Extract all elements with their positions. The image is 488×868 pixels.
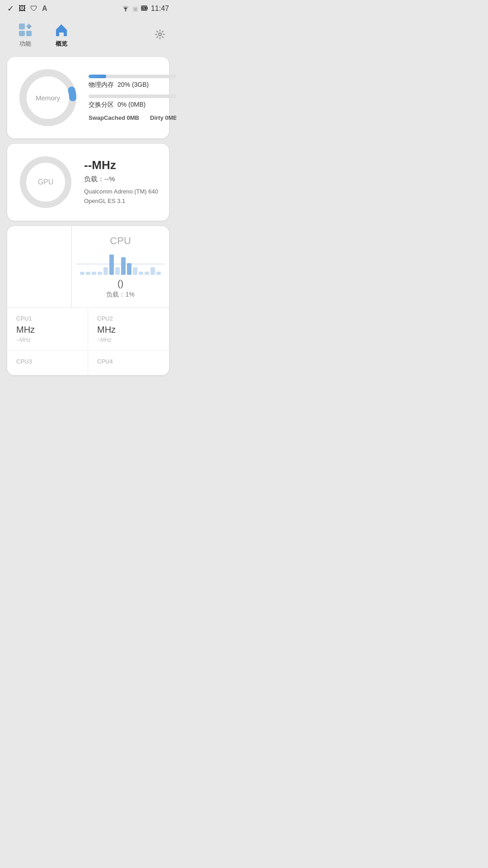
memory-center-label: Memory <box>36 94 60 102</box>
text-icon: A <box>42 5 47 13</box>
cpu-bar <box>127 263 131 275</box>
overview-label: 概览 <box>56 40 67 48</box>
svg-point-7 <box>159 33 161 36</box>
svg-point-0 <box>125 10 126 11</box>
cpu-value: () <box>117 278 123 289</box>
cpu-label: CPU <box>110 235 131 247</box>
memory-stats: 物理内存 20% (3GB) 交换分区 0% (0MB) SwapCached … <box>89 75 176 121</box>
cpu-core: CPU3 <box>7 351 88 375</box>
physical-memory-row: 物理内存 20% (3GB) <box>89 75 176 89</box>
svg-text:GPU: GPU <box>38 178 54 186</box>
cpu-bar <box>80 272 84 274</box>
check-icon: ✓ <box>7 4 14 14</box>
cpu-bar <box>115 267 120 274</box>
cpu-bar <box>98 272 102 274</box>
physical-value: 20% (3GB) <box>117 81 149 88</box>
cpu-bar <box>86 272 90 274</box>
signal-icon: ▣ <box>132 5 138 12</box>
settings-button[interactable] <box>151 25 169 43</box>
cpu-core: CPU4 <box>88 351 169 375</box>
cpu-core-label: CPU3 <box>16 358 79 365</box>
physical-bar-track <box>89 75 176 78</box>
cpu-core-mhz: MHz <box>16 325 79 335</box>
swap-row: 交换分区 0% (0MB) <box>89 94 176 109</box>
status-bar: ✓ 🖼 🛡 A ▣ 11:47 <box>0 0 176 17</box>
status-right: ▣ 11:47 <box>122 5 169 13</box>
cpu-bar <box>109 255 114 275</box>
image-icon: 🖼 <box>19 5 26 13</box>
swapcached: SwapCached 0MB <box>89 114 139 121</box>
cpu-left-panel <box>7 226 72 307</box>
gpu-chip: Qualcomm Adreno (TM) 640 OpenGL ES 3.1 <box>84 187 160 206</box>
time-display: 11:47 <box>151 5 169 13</box>
gpu-circle: GPU <box>16 153 75 212</box>
swap-label: 交换分区 <box>89 101 114 109</box>
cpu-graph <box>76 252 164 275</box>
features-icon-container <box>14 21 36 39</box>
gpu-mhz: --MHz <box>84 158 160 172</box>
physical-label: 物理内存 <box>89 81 114 89</box>
memory-card: Memory 物理内存 20% (3GB) 交换分区 0% (0MB) Swap… <box>7 57 169 138</box>
cpu-core-sub: ~MHz <box>97 337 160 343</box>
cpu-bar <box>145 272 149 274</box>
cpu-bar <box>150 267 155 274</box>
svg-rect-2 <box>147 7 148 9</box>
cpu-bar <box>121 257 126 275</box>
cpu-right-panel: CPU () 负载：1% <box>72 226 169 307</box>
swap-bar-track <box>89 94 176 98</box>
gpu-load: 负载：--% <box>84 175 160 184</box>
cpu-bar <box>133 267 137 274</box>
gpu-info: --MHz 负载：--% Qualcomm Adreno (TM) 640 Op… <box>84 158 160 206</box>
cpu-core: CPU2 MHz ~MHz <box>88 308 169 351</box>
cpu-cores-grid: CPU1 MHz ~MHz CPU2 MHz ~MHz CPU3 CPU4 <box>7 308 169 375</box>
status-icons-left: ✓ 🖼 🛡 A <box>7 4 47 14</box>
cpu-core-sub: ~MHz <box>16 337 79 343</box>
shield-icon: 🛡 <box>30 5 38 13</box>
cpu-core: CPU1 MHz ~MHz <box>7 308 88 351</box>
dirty: Dirty 0MB <box>150 114 176 121</box>
nav-features[interactable]: 功能 <box>7 21 43 48</box>
cpu-bar <box>92 272 96 274</box>
features-label: 功能 <box>19 40 31 48</box>
battery-icon <box>141 5 148 13</box>
physical-bar-fill <box>89 75 106 78</box>
cpu-core-label: CPU2 <box>97 315 160 322</box>
wifi-icon <box>122 5 130 13</box>
gear-icon <box>155 29 165 40</box>
memory-sub-row: SwapCached 0MB Dirty 0MB <box>89 114 176 121</box>
cpu-graph-line <box>76 264 164 264</box>
memory-donut: Memory <box>16 66 80 129</box>
house-icon <box>53 22 70 38</box>
overview-icon-container <box>51 21 72 39</box>
cpu-bar <box>103 267 108 274</box>
gpu-circle-svg: GPU <box>16 153 75 212</box>
cpu-top: CPU () 负载：1% <box>7 226 169 307</box>
swap-value: 0% (0MB) <box>117 101 145 108</box>
cpu-core-mhz: MHz <box>97 325 160 335</box>
nav-bar: 功能 概览 <box>0 17 176 52</box>
cpu-core-label: CPU1 <box>16 315 79 322</box>
gpu-card: GPU --MHz 负载：--% Qualcomm Adreno (TM) 64… <box>7 144 169 221</box>
cpu-card: CPU () 负载：1% CPU1 MHz ~MHz CPU2 MHz ~MHz… <box>7 226 169 375</box>
cpu-bar <box>156 272 161 274</box>
cpu-load-label: 负载：1% <box>106 291 134 299</box>
cpu-bar <box>139 272 143 274</box>
cpu-core-label: CPU4 <box>97 358 160 365</box>
grid-icon <box>19 24 32 36</box>
nav-overview[interactable]: 概览 <box>43 21 80 48</box>
